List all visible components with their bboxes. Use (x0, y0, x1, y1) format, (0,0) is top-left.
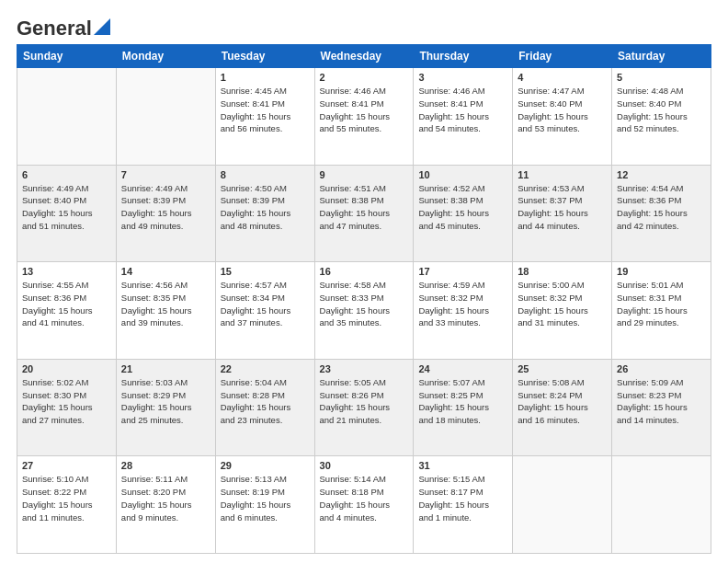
day-info: Sunrise: 5:02 AM Sunset: 8:30 PM Dayligh… (22, 376, 111, 427)
day-info: Sunrise: 4:56 AM Sunset: 8:35 PM Dayligh… (121, 279, 210, 329)
day-cell: 9Sunrise: 4:51 AM Sunset: 8:38 PM Daylig… (314, 165, 414, 262)
week-row-0: 1Sunrise: 4:45 AM Sunset: 8:41 PM Daylig… (17, 68, 711, 166)
day-info: Sunrise: 4:47 AM Sunset: 8:40 PM Dayligh… (518, 85, 607, 135)
day-cell: 14Sunrise: 4:56 AM Sunset: 8:35 PM Dayli… (116, 262, 215, 360)
svg-marker-0 (94, 18, 110, 35)
day-info: Sunrise: 5:10 AM Sunset: 8:22 PM Dayligh… (22, 473, 111, 523)
day-number: 4 (518, 72, 607, 83)
week-row-3: 20Sunrise: 5:02 AM Sunset: 8:30 PM Dayli… (17, 359, 711, 456)
day-info: Sunrise: 4:52 AM Sunset: 8:38 PM Dayligh… (418, 182, 507, 233)
day-number: 6 (22, 169, 111, 180)
day-cell: 1Sunrise: 4:45 AM Sunset: 8:41 PM Daylig… (215, 68, 314, 166)
day-number: 16 (320, 266, 409, 277)
day-number: 21 (121, 363, 210, 374)
day-info: Sunrise: 4:46 AM Sunset: 8:41 PM Dayligh… (320, 85, 409, 135)
weekday-header-saturday: Saturday (612, 45, 711, 68)
day-cell: 16Sunrise: 4:58 AM Sunset: 8:33 PM Dayli… (314, 262, 414, 360)
day-info: Sunrise: 5:05 AM Sunset: 8:26 PM Dayligh… (320, 376, 409, 427)
day-cell: 20Sunrise: 5:02 AM Sunset: 8:30 PM Dayli… (17, 359, 117, 456)
day-number: 20 (22, 363, 111, 374)
weekday-header-thursday: Thursday (414, 45, 513, 68)
day-info: Sunrise: 5:13 AM Sunset: 8:19 PM Dayligh… (221, 473, 310, 523)
day-info: Sunrise: 4:45 AM Sunset: 8:41 PM Dayligh… (221, 85, 310, 135)
day-info: Sunrise: 5:15 AM Sunset: 8:17 PM Dayligh… (418, 473, 507, 523)
day-info: Sunrise: 4:51 AM Sunset: 8:38 PM Dayligh… (320, 182, 409, 233)
day-info: Sunrise: 5:09 AM Sunset: 8:23 PM Dayligh… (617, 376, 706, 427)
day-cell: 30Sunrise: 5:14 AM Sunset: 8:18 PM Dayli… (314, 456, 414, 554)
day-number: 19 (617, 266, 706, 277)
weekday-header-sunday: Sunday (17, 45, 117, 68)
day-number: 5 (617, 72, 706, 83)
day-cell: 2Sunrise: 4:46 AM Sunset: 8:41 PM Daylig… (314, 68, 414, 166)
logo: General (17, 17, 110, 37)
weekday-header-tuesday: Tuesday (215, 45, 314, 68)
day-cell: 28Sunrise: 5:11 AM Sunset: 8:20 PM Dayli… (116, 456, 215, 554)
day-number: 1 (221, 72, 310, 83)
day-cell: 13Sunrise: 4:55 AM Sunset: 8:36 PM Dayli… (17, 262, 117, 360)
day-info: Sunrise: 5:07 AM Sunset: 8:25 PM Dayligh… (418, 376, 507, 427)
day-number: 7 (121, 169, 210, 180)
day-info: Sunrise: 5:04 AM Sunset: 8:28 PM Dayligh… (221, 376, 310, 427)
day-info: Sunrise: 4:58 AM Sunset: 8:33 PM Dayligh… (320, 279, 409, 329)
day-cell: 11Sunrise: 4:53 AM Sunset: 8:37 PM Dayli… (513, 165, 612, 262)
day-cell (513, 456, 612, 554)
day-cell: 24Sunrise: 5:07 AM Sunset: 8:25 PM Dayli… (414, 359, 513, 456)
day-number: 15 (221, 266, 310, 277)
day-info: Sunrise: 4:49 AM Sunset: 8:39 PM Dayligh… (121, 182, 210, 233)
day-number: 22 (221, 363, 310, 374)
day-info: Sunrise: 5:03 AM Sunset: 8:29 PM Dayligh… (121, 376, 210, 427)
week-row-1: 6Sunrise: 4:49 AM Sunset: 8:40 PM Daylig… (17, 165, 711, 262)
day-number: 24 (418, 363, 507, 374)
day-cell: 3Sunrise: 4:46 AM Sunset: 8:41 PM Daylig… (414, 68, 513, 166)
day-cell: 21Sunrise: 5:03 AM Sunset: 8:29 PM Dayli… (116, 359, 215, 456)
day-info: Sunrise: 4:50 AM Sunset: 8:39 PM Dayligh… (221, 182, 310, 233)
day-number: 10 (418, 169, 507, 180)
day-cell (612, 456, 711, 554)
day-number: 25 (518, 363, 607, 374)
day-number: 29 (221, 460, 310, 471)
day-number: 14 (121, 266, 210, 277)
day-cell: 17Sunrise: 4:59 AM Sunset: 8:32 PM Dayli… (414, 262, 513, 360)
day-cell: 4Sunrise: 4:47 AM Sunset: 8:40 PM Daylig… (513, 68, 612, 166)
header: General (17, 17, 711, 37)
day-number: 12 (617, 169, 706, 180)
calendar-table: SundayMondayTuesdayWednesdayThursdayFrid… (17, 44, 711, 554)
day-cell: 6Sunrise: 4:49 AM Sunset: 8:40 PM Daylig… (17, 165, 117, 262)
day-cell: 26Sunrise: 5:09 AM Sunset: 8:23 PM Dayli… (612, 359, 711, 456)
day-number: 9 (320, 169, 409, 180)
day-cell: 25Sunrise: 5:08 AM Sunset: 8:24 PM Dayli… (513, 359, 612, 456)
day-number: 8 (221, 169, 310, 180)
day-info: Sunrise: 4:49 AM Sunset: 8:40 PM Dayligh… (22, 182, 111, 233)
day-number: 18 (518, 266, 607, 277)
day-cell: 18Sunrise: 5:00 AM Sunset: 8:32 PM Dayli… (513, 262, 612, 360)
day-number: 31 (418, 460, 507, 471)
weekday-header-wednesday: Wednesday (314, 45, 414, 68)
day-info: Sunrise: 4:53 AM Sunset: 8:37 PM Dayligh… (518, 182, 607, 233)
day-number: 3 (418, 72, 507, 83)
day-cell: 7Sunrise: 4:49 AM Sunset: 8:39 PM Daylig… (116, 165, 215, 262)
day-cell: 10Sunrise: 4:52 AM Sunset: 8:38 PM Dayli… (414, 165, 513, 262)
day-info: Sunrise: 5:11 AM Sunset: 8:20 PM Dayligh… (121, 473, 210, 523)
day-number: 23 (320, 363, 409, 374)
logo-general: General (17, 17, 92, 40)
day-cell: 27Sunrise: 5:10 AM Sunset: 8:22 PM Dayli… (17, 456, 117, 554)
day-info: Sunrise: 5:08 AM Sunset: 8:24 PM Dayligh… (518, 376, 607, 427)
day-info: Sunrise: 4:54 AM Sunset: 8:36 PM Dayligh… (617, 182, 706, 233)
day-info: Sunrise: 4:46 AM Sunset: 8:41 PM Dayligh… (418, 85, 507, 135)
day-number: 17 (418, 266, 507, 277)
day-info: Sunrise: 4:55 AM Sunset: 8:36 PM Dayligh… (22, 279, 111, 329)
weekday-header-friday: Friday (513, 45, 612, 68)
day-info: Sunrise: 4:57 AM Sunset: 8:34 PM Dayligh… (221, 279, 310, 329)
day-info: Sunrise: 4:59 AM Sunset: 8:32 PM Dayligh… (418, 279, 507, 329)
logo-icon (94, 18, 110, 35)
day-cell: 31Sunrise: 5:15 AM Sunset: 8:17 PM Dayli… (414, 456, 513, 554)
day-cell: 5Sunrise: 4:48 AM Sunset: 8:40 PM Daylig… (612, 68, 711, 166)
weekday-header-monday: Monday (116, 45, 215, 68)
day-cell: 19Sunrise: 5:01 AM Sunset: 8:31 PM Dayli… (612, 262, 711, 360)
week-row-2: 13Sunrise: 4:55 AM Sunset: 8:36 PM Dayli… (17, 262, 711, 360)
day-number: 28 (121, 460, 210, 471)
day-info: Sunrise: 5:14 AM Sunset: 8:18 PM Dayligh… (320, 473, 409, 523)
day-cell (17, 68, 117, 166)
day-info: Sunrise: 5:00 AM Sunset: 8:32 PM Dayligh… (518, 279, 607, 329)
day-info: Sunrise: 4:48 AM Sunset: 8:40 PM Dayligh… (617, 85, 706, 135)
